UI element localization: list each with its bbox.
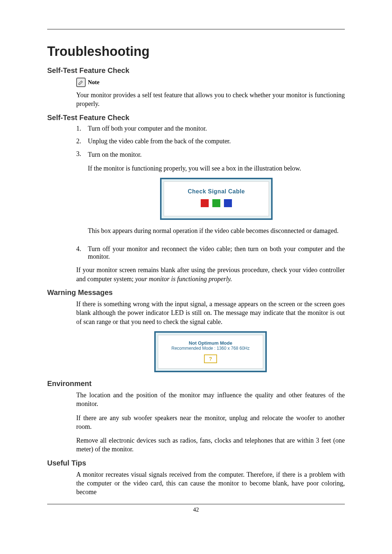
bottom-rule: 42 [47, 504, 345, 513]
list-text: Turn off both your computer and the moni… [88, 125, 345, 132]
note-label: Note [88, 79, 99, 86]
list-number: 3. [76, 150, 88, 241]
figure-text-line1: Not Optimum Mode [158, 340, 263, 346]
list-item: 4. Turn off your monitor and reconnect t… [76, 245, 345, 260]
environment-p3: Remove all electronic devices such as ra… [76, 436, 345, 454]
heading-self-test-1: Self-Test Feature Check [47, 66, 345, 75]
list-text: If the monitor is functioning properly, … [88, 164, 345, 173]
list-text: Turn on the monitor. [88, 150, 345, 159]
list-text: Turn off your monitor and reconnect the … [88, 245, 345, 260]
figure-check-signal: Check Signal Cable [160, 178, 273, 220]
figure-text-line2: Recommended Mode : 1360 x 768 60Hz [158, 346, 263, 351]
blue-square-icon [224, 199, 232, 207]
closing-paragraph: If your monitor screen remains blank aft… [76, 266, 345, 283]
green-square-icon [212, 199, 220, 207]
rgb-squares [164, 199, 269, 207]
page-title: Troubleshooting [47, 44, 345, 59]
heading-self-test-2: Self-Test Feature Check [47, 114, 345, 122]
heading-warning: Warning Messages [47, 288, 345, 297]
question-mark-icon: ? [204, 354, 217, 363]
ordered-list: 1. Turn off both your computer and the m… [76, 125, 345, 261]
top-rule [47, 29, 345, 29]
closing-text-b: your monitor is functioning properly. [135, 275, 232, 283]
page-number: 42 [193, 506, 199, 513]
red-square-icon [201, 199, 209, 207]
note-row: Note [76, 78, 345, 87]
list-number: 2. [76, 138, 88, 145]
environment-p2: If there are any sub woofer speakers nea… [76, 414, 345, 431]
list-text: Unplug the video cable from the back of … [88, 138, 345, 145]
note-text: Your monitor provides a self test featur… [76, 91, 345, 108]
heading-useful-tips: Useful Tips [47, 459, 345, 467]
list-item: 2. Unplug the video cable from the back … [76, 138, 345, 145]
useful-tips-p1: A monitor recreates visual signals recei… [76, 470, 345, 497]
figure-not-optimum: Not Optimum Mode Recommended Mode : 1360… [154, 331, 267, 372]
heading-environment: Environment [47, 379, 345, 388]
environment-p1: The location and the position of the mon… [76, 391, 345, 409]
figure-text: Check Signal Cable [164, 188, 269, 195]
list-text: This box appears during normal operation… [88, 226, 345, 235]
list-number: 4. [76, 245, 88, 260]
note-icon [76, 78, 86, 87]
warning-text: If there is something wrong with the inp… [76, 300, 345, 326]
list-item: 3. Turn on the monitor. If the monitor i… [76, 150, 345, 241]
list-item: 1. Turn off both your computer and the m… [76, 125, 345, 132]
list-number: 1. [76, 125, 88, 132]
